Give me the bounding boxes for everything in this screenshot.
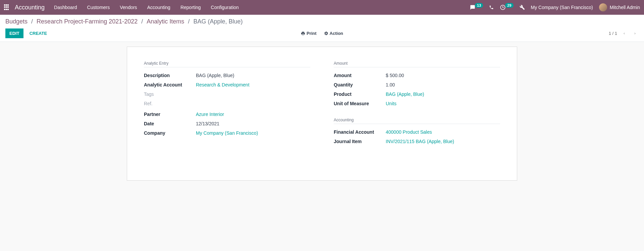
nav-reporting[interactable]: Reporting xyxy=(180,5,201,10)
nav-configuration[interactable]: Configuration xyxy=(211,5,239,10)
breadcrumb: Budgets / Research Project-Farming 2021-… xyxy=(5,18,243,25)
app-title[interactable]: Accounting xyxy=(15,4,45,11)
field-uom: Unit of Measure Units xyxy=(334,99,500,108)
label-company: Company xyxy=(144,130,196,136)
label-analytic-account: Analytic Account xyxy=(144,82,196,87)
nav-vendors[interactable]: Vendors xyxy=(120,5,137,10)
field-date: Date 12/13/2021 xyxy=(144,119,310,128)
center-actions: Print Action xyxy=(301,31,343,36)
messages-badge: 13 xyxy=(475,3,483,8)
value-uom[interactable]: Units xyxy=(386,101,396,106)
label-tags: Tags xyxy=(144,91,196,97)
control-bar: Edit Create Print Action 1 / 1 xyxy=(0,26,644,42)
nav-accounting[interactable]: Accounting xyxy=(147,5,170,10)
breadcrumb-current: BAG (Apple, Blue) xyxy=(193,18,243,25)
field-financial-account: Financial Account 400000 Product Sales xyxy=(334,127,500,137)
left-column: Analytic Entry Description BAG (Apple, B… xyxy=(144,61,310,167)
field-partner: Partner Azure Interior xyxy=(144,110,310,119)
breadcrumb-budgets[interactable]: Budgets xyxy=(5,18,28,25)
pager-text: 1 / 1 xyxy=(609,31,617,36)
value-description: BAG (Apple, Blue) xyxy=(196,73,234,78)
gear-icon xyxy=(324,31,328,36)
breadcrumb-analytic-items[interactable]: Analytic Items xyxy=(147,18,184,25)
label-product: Product xyxy=(334,91,386,97)
label-date: Date xyxy=(144,121,196,126)
create-button[interactable]: Create xyxy=(26,29,50,38)
label-amount: Amount xyxy=(334,73,386,78)
value-analytic-account[interactable]: Research & Development xyxy=(196,82,250,87)
company-selector[interactable]: My Company (San Francisco) xyxy=(531,5,593,10)
form-sheet: Analytic Entry Description BAG (Apple, B… xyxy=(127,47,517,181)
print-button[interactable]: Print xyxy=(301,31,317,36)
field-quantity: Quantity 1.00 xyxy=(334,80,500,89)
debug-icon[interactable] xyxy=(520,5,525,10)
value-product[interactable]: BAG (Apple, Blue) xyxy=(386,91,424,97)
field-analytic-account: Analytic Account Research & Development xyxy=(144,80,310,89)
value-quantity: 1.00 xyxy=(386,82,395,87)
topbar-right: 13 29 My Company (San Francisco) Mitchel… xyxy=(470,3,640,11)
label-journal-item: Journal Item xyxy=(334,139,386,144)
value-journal-item[interactable]: INV/2021/115 BAG (Apple, Blue) xyxy=(386,139,454,144)
group-analytic-entry: Analytic Entry xyxy=(144,61,310,67)
group-accounting: Accounting xyxy=(334,118,500,124)
action-button[interactable]: Action xyxy=(324,31,343,36)
user-name: Mitchell Admin xyxy=(610,5,640,10)
user-menu[interactable]: Mitchell Admin xyxy=(599,3,640,11)
sheet-wrap: Analytic Entry Description BAG (Apple, B… xyxy=(0,42,644,189)
field-ref: Ref. xyxy=(144,99,310,108)
edit-button[interactable]: Edit xyxy=(5,28,23,38)
label-quantity: Quantity xyxy=(334,82,386,87)
group-amount: Amount xyxy=(334,61,500,67)
right-column: Amount Amount $ 500.00 Quantity 1.00 Pro… xyxy=(334,61,500,167)
field-tags: Tags xyxy=(144,89,310,99)
breadcrumb-row: Budgets / Research Project-Farming 2021-… xyxy=(0,15,644,26)
pager: 1 / 1 xyxy=(609,30,639,37)
top-nav: Dashboard Customers Vendors Accounting R… xyxy=(54,5,239,10)
action-label: Action xyxy=(330,31,343,36)
nav-dashboard[interactable]: Dashboard xyxy=(54,5,77,10)
field-amount: Amount $ 500.00 xyxy=(334,71,500,80)
activities-badge: 29 xyxy=(505,3,513,8)
avatar xyxy=(599,3,607,11)
field-description: Description BAG (Apple, Blue) xyxy=(144,71,310,80)
messages-icon[interactable]: 13 xyxy=(470,5,483,10)
chevron-right-icon xyxy=(633,31,637,36)
field-journal-item: Journal Item INV/2021/115 BAG (Apple, Bl… xyxy=(334,137,500,146)
phone-icon[interactable] xyxy=(489,5,494,10)
value-partner[interactable]: Azure Interior xyxy=(196,112,224,117)
value-company[interactable]: My Company (San Francisco) xyxy=(196,130,258,136)
field-product: Product BAG (Apple, Blue) xyxy=(334,89,500,99)
pager-next[interactable] xyxy=(631,30,639,37)
activities-icon[interactable]: 29 xyxy=(500,4,513,10)
label-description: Description xyxy=(144,73,196,78)
print-icon xyxy=(301,31,305,36)
label-uom: Unit of Measure xyxy=(334,101,386,106)
print-label: Print xyxy=(307,31,317,36)
label-ref: Ref. xyxy=(144,101,196,106)
value-amount: $ 500.00 xyxy=(386,73,404,78)
top-bar: Accounting Dashboard Customers Vendors A… xyxy=(0,0,644,15)
value-date: 12/13/2021 xyxy=(196,121,219,126)
apps-icon[interactable] xyxy=(4,4,10,10)
field-company: Company My Company (San Francisco) xyxy=(144,128,310,138)
breadcrumb-project[interactable]: Research Project-Farming 2021-2022 xyxy=(37,18,138,25)
chevron-left-icon xyxy=(623,31,626,36)
nav-customers[interactable]: Customers xyxy=(87,5,110,10)
label-financial-account: Financial Account xyxy=(334,129,386,135)
label-partner: Partner xyxy=(144,112,196,117)
pager-prev[interactable] xyxy=(621,30,628,37)
value-financial-account[interactable]: 400000 Product Sales xyxy=(386,129,432,135)
